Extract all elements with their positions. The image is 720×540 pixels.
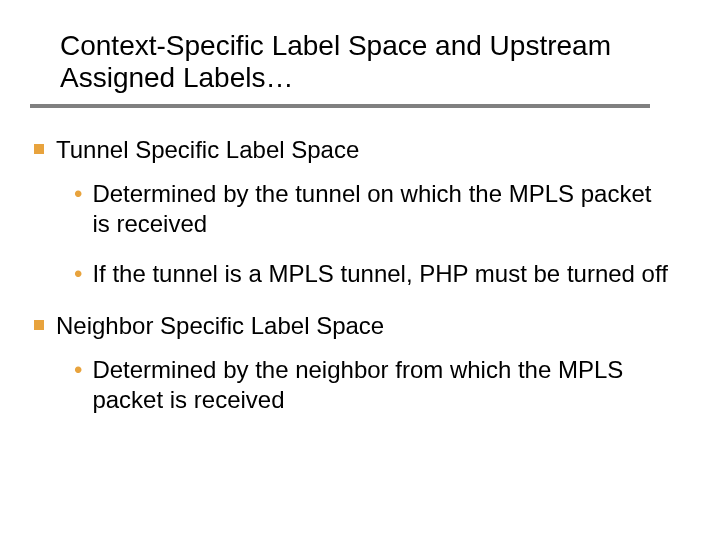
section-heading: Neighbor Specific Label Space bbox=[34, 311, 674, 341]
title-underline bbox=[30, 104, 650, 108]
dot-bullet-icon: • bbox=[74, 259, 82, 289]
section-heading-text: Neighbor Specific Label Space bbox=[56, 311, 384, 341]
section-heading-text: Tunnel Specific Label Space bbox=[56, 135, 359, 165]
section-items: • Determined by the tunnel on which the … bbox=[74, 179, 674, 289]
dot-bullet-icon: • bbox=[74, 179, 82, 209]
list-item: • Determined by the tunnel on which the … bbox=[74, 179, 674, 239]
slide-title: Context-Specific Label Space and Upstrea… bbox=[60, 30, 660, 94]
title-block: Context-Specific Label Space and Upstrea… bbox=[60, 30, 660, 108]
dot-bullet-icon: • bbox=[74, 355, 82, 385]
section-heading: Tunnel Specific Label Space bbox=[34, 135, 674, 165]
content-area: Tunnel Specific Label Space • Determined… bbox=[34, 135, 674, 437]
list-item-text: If the tunnel is a MPLS tunnel, PHP must… bbox=[92, 259, 667, 289]
section-items: • Determined by the neighbor from which … bbox=[74, 355, 674, 415]
list-item-text: Determined by the tunnel on which the MP… bbox=[92, 179, 674, 239]
list-item: • Determined by the neighbor from which … bbox=[74, 355, 674, 415]
list-item: • If the tunnel is a MPLS tunnel, PHP mu… bbox=[74, 259, 674, 289]
list-item-text: Determined by the neighbor from which th… bbox=[92, 355, 674, 415]
slide: Context-Specific Label Space and Upstrea… bbox=[0, 0, 720, 540]
square-bullet-icon bbox=[34, 320, 44, 330]
square-bullet-icon bbox=[34, 144, 44, 154]
